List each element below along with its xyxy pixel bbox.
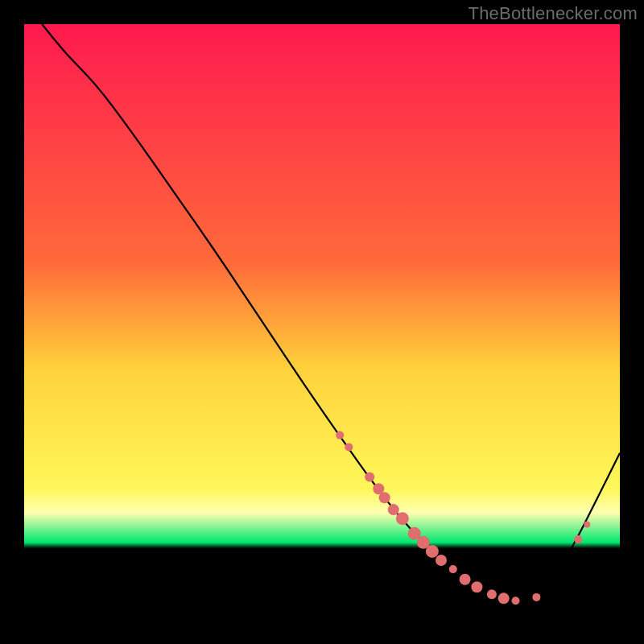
data-point bbox=[487, 589, 497, 599]
data-point bbox=[388, 504, 399, 515]
frame-right bbox=[620, 0, 644, 644]
plot-background bbox=[24, 24, 620, 620]
data-point bbox=[345, 443, 353, 451]
chart-svg bbox=[0, 0, 644, 644]
frame-bottom bbox=[0, 620, 644, 644]
bottleneck-chart: TheBottlenecker.com bbox=[0, 0, 644, 644]
data-point bbox=[396, 512, 409, 525]
data-point bbox=[449, 565, 457, 573]
data-point bbox=[498, 592, 510, 604]
frame-left bbox=[0, 0, 24, 644]
data-point bbox=[584, 522, 590, 528]
watermark-text: TheBottlenecker.com bbox=[469, 3, 638, 24]
data-point bbox=[379, 492, 390, 503]
data-point bbox=[336, 431, 344, 440]
data-point bbox=[426, 545, 439, 558]
data-point bbox=[471, 581, 482, 592]
data-point bbox=[532, 593, 540, 601]
data-point bbox=[460, 574, 471, 585]
data-point bbox=[512, 597, 520, 605]
data-point bbox=[574, 535, 582, 543]
data-point bbox=[365, 472, 374, 481]
data-point bbox=[436, 555, 447, 566]
